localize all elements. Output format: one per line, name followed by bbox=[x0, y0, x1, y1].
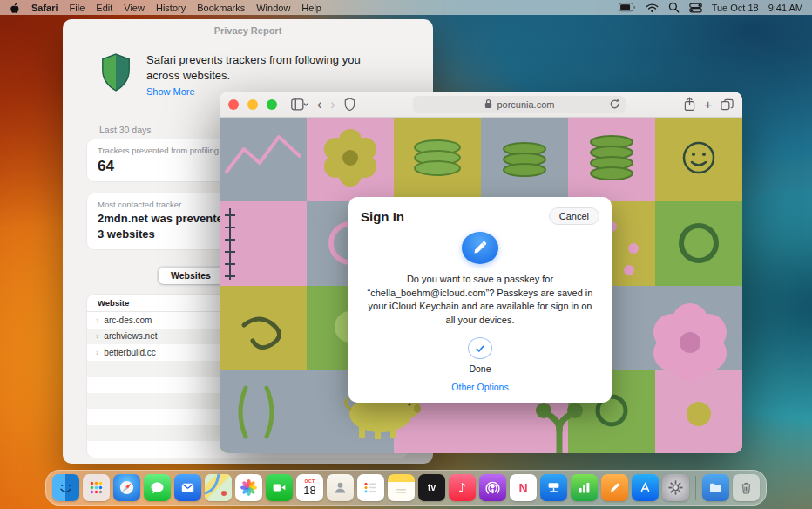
menu-help[interactable]: Help bbox=[301, 3, 321, 13]
done-check-icon[interactable] bbox=[468, 337, 492, 359]
share-icon[interactable] bbox=[684, 97, 695, 112]
dock-item-safari[interactable] bbox=[113, 474, 140, 501]
tab-websites[interactable]: Websites bbox=[159, 268, 224, 284]
menu-bookmarks[interactable]: Bookmarks bbox=[197, 3, 245, 13]
done-label: Done bbox=[469, 363, 491, 374]
lock-icon bbox=[484, 98, 492, 111]
dock-item-news[interactable]: N bbox=[510, 474, 537, 501]
tab-overview-icon[interactable] bbox=[721, 98, 734, 111]
dialog-body-text: Do you want to save a passkey for “chell… bbox=[366, 273, 594, 329]
forward-icon[interactable]: › bbox=[330, 98, 335, 112]
dock-item-maps[interactable] bbox=[205, 474, 232, 501]
new-tab-icon[interactable]: + bbox=[704, 98, 712, 111]
website-name: arc-des.com bbox=[104, 316, 152, 325]
search-icon[interactable] bbox=[668, 2, 680, 13]
dock-item-mail[interactable] bbox=[174, 474, 201, 501]
sidebar-icon[interactable] bbox=[291, 98, 308, 111]
dock-item-finder[interactable] bbox=[52, 474, 79, 501]
menu-window[interactable]: Window bbox=[256, 3, 290, 13]
safari-toolbar: ‹ › porcunia.com bbox=[220, 92, 742, 118]
privacy-shield-toolbar-icon[interactable] bbox=[344, 98, 355, 111]
privacy-shield-icon bbox=[99, 52, 132, 98]
back-icon[interactable]: ‹ bbox=[317, 98, 321, 112]
disclosure-chevron-icon: › bbox=[96, 331, 98, 341]
apple-menu-icon[interactable] bbox=[9, 2, 20, 14]
dialog-title: Sign In bbox=[361, 209, 404, 224]
website-name: archviews.net bbox=[104, 331, 157, 341]
menu-view[interactable]: View bbox=[124, 3, 145, 13]
menu-file[interactable]: File bbox=[70, 3, 85, 13]
dock-item-tv[interactable]: tv bbox=[418, 474, 445, 501]
dock-item-launchpad[interactable] bbox=[83, 474, 110, 501]
other-options-link[interactable]: Other Options bbox=[451, 382, 508, 392]
dock-item-contacts[interactable] bbox=[327, 474, 354, 501]
privacy-headline: Safari prevents trackers from following … bbox=[146, 52, 380, 83]
disclosure-chevron-icon: › bbox=[96, 348, 98, 357]
dock-item-notes[interactable] bbox=[388, 474, 415, 501]
dock-separator bbox=[695, 476, 696, 500]
battery-icon[interactable] bbox=[619, 3, 636, 12]
active-app-name[interactable]: Safari bbox=[31, 3, 58, 13]
disclosure-chevron-icon: › bbox=[96, 316, 98, 325]
zoom-button[interactable] bbox=[267, 99, 277, 110]
privacy-window-titlebar[interactable]: Privacy Report bbox=[63, 19, 433, 42]
dock-item-podcasts[interactable] bbox=[479, 474, 506, 501]
dock-item-downloads[interactable] bbox=[702, 474, 729, 501]
webpage-content: Sign In Cancel Do you want to save a pas… bbox=[220, 118, 742, 453]
dock-item-messages[interactable] bbox=[144, 474, 171, 501]
dock-item-calendar[interactable]: OCT18 bbox=[296, 474, 323, 501]
privacy-window-title: Privacy Report bbox=[214, 25, 282, 36]
menu-history[interactable]: History bbox=[156, 3, 186, 13]
sign-in-dialog: Sign In Cancel Do you want to save a pas… bbox=[348, 197, 612, 403]
address-bar[interactable]: porcunia.com bbox=[413, 96, 626, 113]
desktop: Safari File Edit View History Bookmarks … bbox=[0, 0, 812, 509]
news-glyph: N bbox=[518, 481, 527, 495]
show-more-link[interactable]: Show More bbox=[146, 86, 195, 97]
reload-icon[interactable] bbox=[609, 98, 620, 112]
tv-glyph: tv bbox=[428, 483, 436, 492]
dock-item-numbers[interactable] bbox=[571, 474, 598, 501]
close-button[interactable] bbox=[228, 99, 239, 110]
dock-item-pages[interactable] bbox=[601, 474, 628, 501]
period-label: Last 30 days bbox=[99, 125, 152, 135]
music-note-glyph: ♪ bbox=[458, 480, 467, 496]
calendar-day: 18 bbox=[303, 485, 315, 496]
cancel-button[interactable]: Cancel bbox=[549, 207, 599, 225]
minimize-button[interactable] bbox=[247, 99, 258, 110]
wifi-icon[interactable] bbox=[646, 3, 659, 13]
dock: OCT18 tv ♪ N bbox=[45, 470, 767, 506]
control-center-icon[interactable] bbox=[689, 3, 702, 13]
passkey-icon bbox=[462, 232, 498, 264]
menu-edit[interactable]: Edit bbox=[96, 3, 112, 13]
column-website: Website bbox=[98, 298, 129, 308]
menu-bar-time[interactable]: 9:41 AM bbox=[768, 3, 803, 13]
website-name: betterbuild.cc bbox=[104, 348, 155, 357]
dock-item-system-settings[interactable] bbox=[662, 474, 689, 501]
address-text: porcunia.com bbox=[497, 99, 554, 110]
dock-item-app-store[interactable] bbox=[632, 474, 659, 501]
menu-bar: Safari File Edit View History Bookmarks … bbox=[0, 0, 812, 15]
safari-window: ‹ › porcunia.com bbox=[220, 92, 742, 453]
dock-item-reminders[interactable] bbox=[357, 474, 384, 501]
dock-item-photos[interactable] bbox=[235, 474, 262, 501]
dock-item-keynote[interactable] bbox=[540, 474, 567, 501]
dock-item-trash[interactable] bbox=[733, 474, 760, 501]
dock-item-music[interactable]: ♪ bbox=[449, 474, 476, 501]
dock-item-facetime[interactable] bbox=[266, 474, 293, 501]
menu-bar-date[interactable]: Tue Oct 18 bbox=[712, 3, 759, 13]
